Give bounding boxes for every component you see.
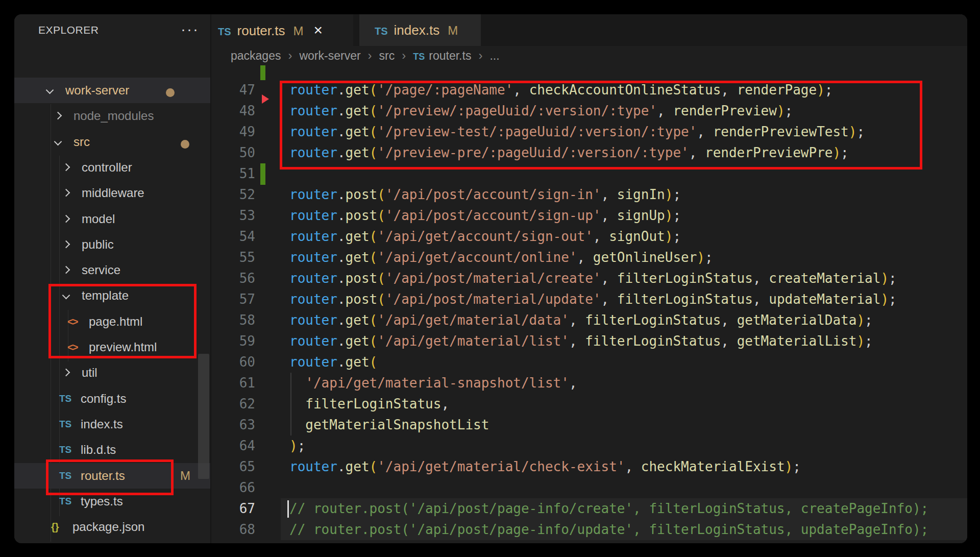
tree-item-preview.html[interactable]: <>preview.html — [14, 334, 210, 360]
close-icon[interactable]: × — [314, 21, 323, 38]
code-line-53[interactable]: router.post('/api/post/account/sign-up',… — [289, 205, 681, 226]
code-line-47[interactable]: router.get('/page/:pageName', checkAccou… — [289, 80, 832, 101]
tree-item-router.ts[interactable]: TSrouter.tsM — [14, 463, 210, 489]
tab-modified-badge: M — [448, 23, 458, 37]
tab-label: index.ts — [394, 22, 440, 38]
tab-index.ts[interactable]: TSindex.tsM — [359, 14, 481, 46]
code-line-50[interactable]: router.get('/preview-pre/:pageUuid/:vers… — [289, 142, 849, 163]
breadcrumb-item-router.ts[interactable]: TSrouter.ts — [413, 49, 471, 62]
json-file-icon: {} — [51, 514, 59, 540]
tree-item-label: index.ts — [81, 411, 123, 437]
editor-area: TSrouter.tsM×TSindex.tsM packages›work-s… — [210, 14, 967, 543]
tree-item-lib.d.ts[interactable]: TSlib.d.ts — [14, 437, 210, 463]
code-line-52[interactable]: router.post('/api/post/account/sign-in',… — [289, 184, 681, 205]
explorer-header: EXPLORER ··· — [14, 14, 210, 46]
code-editor[interactable]: 47router.get('/page/:pageName', checkAcc… — [211, 65, 967, 543]
code-line-58[interactable]: router.get('/api/get/material/data', fil… — [289, 310, 873, 331]
breadcrumb-separator: › — [402, 49, 406, 62]
tree-item-template[interactable]: template — [14, 283, 210, 308]
chevron-right-icon[interactable] — [62, 214, 70, 223]
ts-file-icon: TS — [59, 489, 71, 514]
code-line-65[interactable]: router.get('/api/get/material/check-exis… — [289, 456, 801, 477]
tree-item-package.json[interactable]: {}package.json — [14, 514, 210, 540]
code-line-49[interactable]: router.get('/preview-test/:pageUuid/:ver… — [289, 122, 865, 142]
code-line-62[interactable]: filterLoginStatus, — [289, 394, 449, 415]
line-number-56: 56 — [211, 268, 255, 289]
code-line-67[interactable]: // router.post('/api/post/page-info/crea… — [289, 498, 928, 519]
red-triangle-marker — [262, 94, 269, 104]
code-line-56[interactable]: router.post('/api/post/material/create',… — [289, 268, 897, 289]
line-number-58: 58 — [211, 310, 255, 331]
html-file-icon: <> — [67, 309, 77, 334]
tree-item-label: util — [82, 360, 97, 385]
chevron-right-icon[interactable] — [62, 189, 70, 197]
code-line-55[interactable]: router.get('/api/get/account/online', ge… — [289, 247, 713, 268]
line-number-50: 50 — [211, 142, 255, 163]
tree-item-service[interactable]: service — [14, 257, 210, 283]
chevron-right-icon[interactable] — [62, 240, 70, 249]
chevron-down-icon[interactable] — [62, 292, 70, 300]
ts-file-icon: TS — [375, 26, 388, 37]
code-line-60[interactable]: router.get( — [289, 352, 377, 373]
git-added-gutter-bar — [260, 65, 265, 80]
tree-item-page.html[interactable]: <>page.html — [14, 309, 210, 334]
tree-item-controller[interactable]: controller — [14, 155, 210, 180]
tree-item-util[interactable]: util — [14, 360, 210, 385]
tree-item-work-server[interactable]: work-server — [14, 78, 210, 103]
line-number-55: 55 — [211, 247, 255, 268]
line-number-57: 57 — [211, 289, 255, 310]
code-line-68[interactable]: // router.post('/api/post/page-info/upda… — [289, 519, 928, 540]
modified-dot-badge — [166, 88, 175, 97]
chevron-down-icon[interactable] — [46, 86, 54, 94]
ts-file-icon: TS — [59, 386, 71, 411]
tab-label: router.ts — [237, 23, 285, 38]
breadcrumb-item-src[interactable]: src — [379, 49, 395, 62]
code-line-63[interactable]: getMaterialSnapshotList — [289, 415, 489, 435]
line-number-48: 48 — [211, 101, 255, 122]
tree-item-public[interactable]: public — [14, 232, 210, 257]
line-number-54: 54 — [211, 226, 255, 247]
tree-item-src[interactable]: src — [14, 129, 210, 155]
breadcrumb-separator: › — [368, 49, 372, 62]
breadcrumb-separator: › — [478, 49, 482, 62]
breadcrumb-item-...[interactable]: ... — [489, 49, 499, 62]
tab-router.ts-active[interactable]: TSrouter.tsM× — [211, 14, 353, 46]
line-number-51: 51 — [211, 163, 255, 184]
breadcrumb-item-workserver[interactable]: work-server — [299, 49, 360, 62]
chevron-right-icon[interactable] — [62, 266, 70, 274]
chevron-right-icon[interactable] — [62, 369, 70, 377]
breadcrumb-item-packages[interactable]: packages — [231, 49, 281, 62]
chevron-down-icon[interactable] — [54, 137, 62, 146]
vscode-window: EXPLORER ··· work-servernode_modulessrcc… — [14, 14, 967, 543]
code-line-54[interactable]: router.get('/api/get/account/sign-out', … — [289, 226, 681, 247]
tree-item-index.ts[interactable]: TSindex.ts — [14, 411, 210, 437]
tree-item-node_modules[interactable]: node_modules — [14, 103, 210, 129]
code-line-48[interactable]: router.get('/preview/:pageUuid/:version/… — [289, 101, 793, 122]
tree-item-label: node_modules — [74, 103, 154, 129]
tree-item-label: types.ts — [81, 489, 123, 514]
tree-item-label: controller — [82, 155, 132, 180]
explorer-title: EXPLORER — [38, 14, 99, 46]
tree-item-label: config.ts — [81, 386, 126, 411]
ts-file-icon: TS — [59, 411, 71, 437]
tree-item-config.ts[interactable]: TSconfig.ts — [14, 386, 210, 411]
tree-item-label: work-server — [65, 78, 129, 103]
sidebar-scrollbar-thumb[interactable] — [198, 354, 209, 479]
chevron-right-icon[interactable] — [54, 112, 62, 120]
tree-item-label: service — [82, 257, 120, 283]
code-line-59[interactable]: router.get('/api/get/material/list', fil… — [289, 331, 873, 352]
screenshot-stage: EXPLORER ··· work-servernode_modulessrcc… — [0, 0, 980, 557]
tree-item-label: public — [82, 232, 114, 257]
code-line-61[interactable]: '/api/get/material-snapshot/list', — [289, 373, 577, 394]
tree-item-middleware[interactable]: middleware — [14, 180, 210, 206]
code-line-57[interactable]: router.post('/api/post/material/update',… — [289, 289, 897, 310]
html-file-icon: <> — [67, 334, 77, 360]
tree-item-label: model — [82, 206, 115, 232]
chevron-right-icon[interactable] — [62, 163, 70, 172]
tree-item-model[interactable]: model — [14, 206, 210, 232]
more-actions-icon[interactable]: ··· — [181, 14, 199, 44]
text-cursor — [287, 500, 289, 518]
ts-file-icon: TS — [218, 26, 231, 37]
tree-item-types.ts[interactable]: TStypes.ts — [14, 489, 210, 514]
code-line-64[interactable]: ); — [289, 435, 305, 456]
